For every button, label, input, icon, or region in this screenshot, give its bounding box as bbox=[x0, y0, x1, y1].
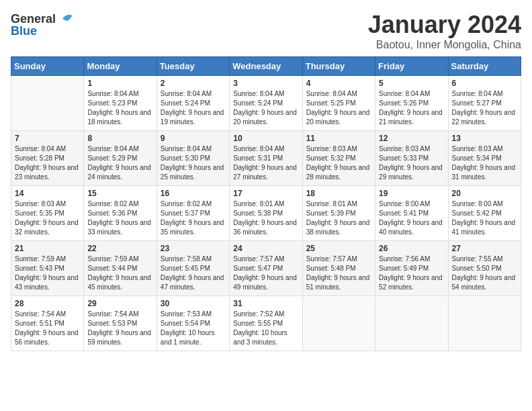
header-monday: Monday bbox=[84, 57, 157, 76]
day-detail: Sunrise: 7:54 AMSunset: 5:53 PMDaylight:… bbox=[87, 310, 151, 346]
header-friday: Friday bbox=[375, 57, 448, 76]
calendar-cell: 29Sunrise: 7:54 AMSunset: 5:53 PMDayligh… bbox=[84, 296, 157, 351]
day-detail: Sunrise: 8:04 AMSunset: 5:28 PMDaylight:… bbox=[15, 145, 79, 181]
day-number: 17 bbox=[233, 189, 298, 198]
day-detail: Sunrise: 8:04 AMSunset: 5:23 PMDaylight:… bbox=[87, 90, 151, 126]
day-number: 29 bbox=[87, 299, 152, 308]
calendar-cell: 3Sunrise: 8:04 AMSunset: 5:24 PMDaylight… bbox=[230, 76, 302, 131]
calendar-cell bbox=[11, 76, 84, 131]
day-detail: Sunrise: 7:57 AMSunset: 5:47 PMDaylight:… bbox=[233, 255, 297, 291]
calendar-cell: 28Sunrise: 7:54 AMSunset: 5:51 PMDayligh… bbox=[11, 296, 84, 351]
calendar-cell: 16Sunrise: 8:02 AMSunset: 5:37 PMDayligh… bbox=[157, 186, 229, 241]
page-header: General Blue January 2024 Baotou, Inner … bbox=[11, 11, 521, 51]
day-number: 30 bbox=[161, 299, 226, 308]
day-detail: Sunrise: 8:04 AMSunset: 5:25 PMDaylight:… bbox=[306, 90, 370, 126]
calendar-week-row: 1Sunrise: 8:04 AMSunset: 5:23 PMDaylight… bbox=[11, 76, 521, 131]
day-number: 24 bbox=[233, 244, 298, 253]
day-detail: Sunrise: 8:00 AMSunset: 5:42 PMDaylight:… bbox=[452, 200, 516, 236]
day-detail: Sunrise: 8:04 AMSunset: 5:27 PMDaylight:… bbox=[452, 90, 516, 126]
day-number: 9 bbox=[161, 134, 226, 143]
calendar-cell: 19Sunrise: 8:00 AMSunset: 5:41 PMDayligh… bbox=[375, 186, 448, 241]
day-detail: Sunrise: 8:01 AMSunset: 5:39 PMDaylight:… bbox=[306, 200, 370, 236]
calendar-subtitle: Baotou, Inner Mongolia, China bbox=[368, 39, 521, 51]
day-number: 31 bbox=[233, 299, 298, 308]
day-number: 10 bbox=[233, 134, 298, 143]
calendar-title: January 2024 bbox=[368, 11, 521, 39]
calendar-cell: 26Sunrise: 7:56 AMSunset: 5:49 PMDayligh… bbox=[375, 241, 448, 296]
day-number: 28 bbox=[15, 299, 80, 308]
calendar-cell: 10Sunrise: 8:04 AMSunset: 5:31 PMDayligh… bbox=[230, 131, 302, 186]
logo: General Blue bbox=[11, 11, 73, 38]
calendar-cell: 31Sunrise: 7:52 AMSunset: 5:55 PMDayligh… bbox=[230, 296, 302, 351]
day-detail: Sunrise: 8:04 AMSunset: 5:31 PMDaylight:… bbox=[233, 145, 297, 181]
calendar-cell: 8Sunrise: 8:04 AMSunset: 5:29 PMDaylight… bbox=[84, 131, 157, 186]
logo-bird-icon bbox=[57, 11, 73, 27]
day-detail: Sunrise: 8:02 AMSunset: 5:36 PMDaylight:… bbox=[87, 200, 151, 236]
day-detail: Sunrise: 7:59 AMSunset: 5:43 PMDaylight:… bbox=[15, 255, 79, 291]
day-number: 5 bbox=[379, 79, 444, 88]
calendar-header-row: SundayMondayTuesdayWednesdayThursdayFrid… bbox=[11, 57, 521, 76]
calendar-cell: 9Sunrise: 8:04 AMSunset: 5:30 PMDaylight… bbox=[157, 131, 229, 186]
day-detail: Sunrise: 8:03 AMSunset: 5:34 PMDaylight:… bbox=[452, 145, 516, 181]
logo-blue-text: Blue bbox=[11, 24, 37, 38]
day-detail: Sunrise: 8:03 AMSunset: 5:33 PMDaylight:… bbox=[379, 145, 443, 181]
day-detail: Sunrise: 7:58 AMSunset: 5:45 PMDaylight:… bbox=[161, 255, 224, 291]
calendar-cell: 13Sunrise: 8:03 AMSunset: 5:34 PMDayligh… bbox=[448, 131, 521, 186]
header-tuesday: Tuesday bbox=[157, 57, 229, 76]
calendar-cell bbox=[302, 296, 375, 351]
day-number: 27 bbox=[452, 244, 517, 253]
calendar-cell: 22Sunrise: 7:59 AMSunset: 5:44 PMDayligh… bbox=[84, 241, 157, 296]
day-detail: Sunrise: 8:04 AMSunset: 5:29 PMDaylight:… bbox=[87, 145, 151, 181]
day-detail: Sunrise: 8:04 AMSunset: 5:30 PMDaylight:… bbox=[161, 145, 224, 181]
day-number: 11 bbox=[306, 134, 371, 143]
calendar-week-row: 14Sunrise: 8:03 AMSunset: 5:35 PMDayligh… bbox=[11, 186, 521, 241]
day-number: 6 bbox=[452, 79, 517, 88]
calendar-cell bbox=[375, 296, 448, 351]
calendar-week-row: 28Sunrise: 7:54 AMSunset: 5:51 PMDayligh… bbox=[11, 296, 521, 351]
day-number: 13 bbox=[452, 134, 517, 143]
calendar-cell: 30Sunrise: 7:53 AMSunset: 5:54 PMDayligh… bbox=[157, 296, 229, 351]
day-detail: Sunrise: 7:59 AMSunset: 5:44 PMDaylight:… bbox=[87, 255, 151, 291]
day-detail: Sunrise: 7:52 AMSunset: 5:55 PMDaylight:… bbox=[233, 310, 287, 346]
header-saturday: Saturday bbox=[448, 57, 521, 76]
calendar-cell: 27Sunrise: 7:55 AMSunset: 5:50 PMDayligh… bbox=[448, 241, 521, 296]
day-number: 3 bbox=[233, 79, 298, 88]
day-number: 15 bbox=[87, 189, 152, 198]
calendar-cell: 12Sunrise: 8:03 AMSunset: 5:33 PMDayligh… bbox=[375, 131, 448, 186]
calendar-week-row: 7Sunrise: 8:04 AMSunset: 5:28 PMDaylight… bbox=[11, 131, 521, 186]
day-number: 7 bbox=[15, 134, 80, 143]
calendar-cell: 6Sunrise: 8:04 AMSunset: 5:27 PMDaylight… bbox=[448, 76, 521, 131]
day-detail: Sunrise: 8:04 AMSunset: 5:24 PMDaylight:… bbox=[233, 90, 297, 126]
header-sunday: Sunday bbox=[11, 57, 84, 76]
day-detail: Sunrise: 8:04 AMSunset: 5:26 PMDaylight:… bbox=[379, 90, 443, 126]
day-detail: Sunrise: 8:04 AMSunset: 5:24 PMDaylight:… bbox=[161, 90, 224, 126]
calendar-cell: 25Sunrise: 7:57 AMSunset: 5:48 PMDayligh… bbox=[302, 241, 375, 296]
calendar-cell: 21Sunrise: 7:59 AMSunset: 5:43 PMDayligh… bbox=[11, 241, 84, 296]
calendar-cell: 4Sunrise: 8:04 AMSunset: 5:25 PMDaylight… bbox=[302, 76, 375, 131]
day-detail: Sunrise: 7:56 AMSunset: 5:49 PMDaylight:… bbox=[379, 255, 443, 291]
day-number: 21 bbox=[15, 244, 80, 253]
calendar-cell: 11Sunrise: 8:03 AMSunset: 5:32 PMDayligh… bbox=[302, 131, 375, 186]
calendar-cell: 14Sunrise: 8:03 AMSunset: 5:35 PMDayligh… bbox=[11, 186, 84, 241]
title-area: January 2024 Baotou, Inner Mongolia, Chi… bbox=[368, 11, 521, 51]
day-detail: Sunrise: 7:54 AMSunset: 5:51 PMDaylight:… bbox=[15, 310, 79, 346]
header-thursday: Thursday bbox=[302, 57, 375, 76]
day-number: 20 bbox=[452, 189, 517, 198]
day-detail: Sunrise: 8:00 AMSunset: 5:41 PMDaylight:… bbox=[379, 200, 443, 236]
day-number: 22 bbox=[87, 244, 152, 253]
day-detail: Sunrise: 8:03 AMSunset: 5:32 PMDaylight:… bbox=[306, 145, 370, 181]
calendar-cell: 2Sunrise: 8:04 AMSunset: 5:24 PMDaylight… bbox=[157, 76, 229, 131]
day-number: 2 bbox=[161, 79, 226, 88]
calendar-cell: 15Sunrise: 8:02 AMSunset: 5:36 PMDayligh… bbox=[84, 186, 157, 241]
day-detail: Sunrise: 7:55 AMSunset: 5:50 PMDaylight:… bbox=[452, 255, 516, 291]
calendar-cell: 18Sunrise: 8:01 AMSunset: 5:39 PMDayligh… bbox=[302, 186, 375, 241]
calendar-cell: 17Sunrise: 8:01 AMSunset: 5:38 PMDayligh… bbox=[230, 186, 302, 241]
day-number: 26 bbox=[379, 244, 444, 253]
day-number: 8 bbox=[87, 134, 152, 143]
day-number: 1 bbox=[87, 79, 152, 88]
day-detail: Sunrise: 8:01 AMSunset: 5:38 PMDaylight:… bbox=[233, 200, 297, 236]
calendar-week-row: 21Sunrise: 7:59 AMSunset: 5:43 PMDayligh… bbox=[11, 241, 521, 296]
day-number: 4 bbox=[306, 79, 371, 88]
day-number: 12 bbox=[379, 134, 444, 143]
calendar-cell: 1Sunrise: 8:04 AMSunset: 5:23 PMDaylight… bbox=[84, 76, 157, 131]
